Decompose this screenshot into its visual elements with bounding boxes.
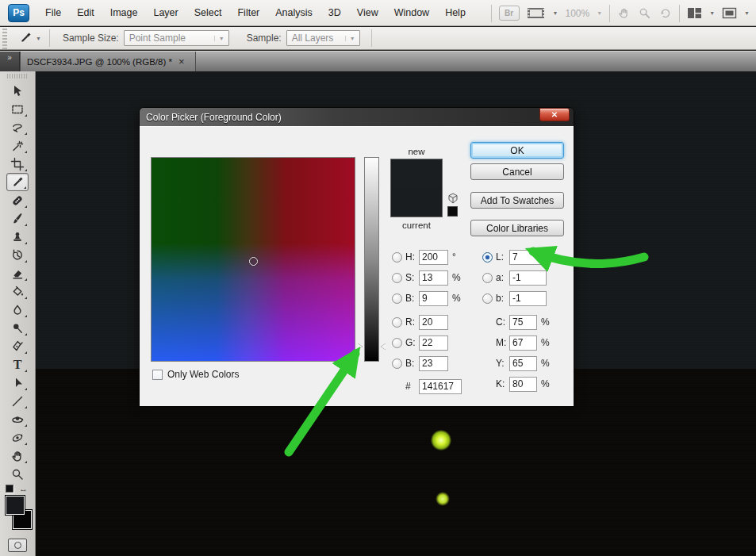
lab-b-radio[interactable] (482, 293, 493, 304)
web-safe-color-swatch[interactable] (447, 206, 458, 217)
menu-help[interactable]: Help (437, 0, 474, 26)
menu-image[interactable]: Image (102, 0, 146, 26)
brightness-radio[interactable] (392, 293, 402, 304)
green-row: G: (392, 335, 448, 351)
document-tab[interactable]: DSCF3934.JPG @ 100% (RGB/8) * × (20, 52, 196, 71)
tools-panel-grip[interactable] (7, 74, 28, 79)
red-radio[interactable] (392, 317, 402, 328)
red-input[interactable] (419, 315, 448, 330)
move-tool[interactable] (6, 82, 29, 100)
options-bar-grip[interactable] (2, 27, 7, 49)
brightness-input[interactable] (419, 291, 448, 306)
quick-mask-button[interactable] (8, 539, 27, 552)
menu-select[interactable]: Select (186, 0, 230, 26)
saturation-input[interactable] (419, 270, 448, 286)
eyedropper-tool[interactable] (6, 173, 29, 191)
lightness-slider[interactable] (364, 157, 379, 362)
add-to-swatches-button[interactable]: Add To Swatches (470, 192, 564, 209)
pen-tool[interactable] (6, 337, 29, 355)
zoom-level-dropdown-icon[interactable]: ▼ (597, 10, 602, 16)
blur-tool[interactable] (6, 301, 29, 319)
history-brush-tool[interactable] (6, 246, 29, 264)
hand-tool-icon[interactable] (617, 6, 631, 20)
color-field-marker[interactable] (249, 257, 258, 266)
line-tool[interactable] (6, 392, 29, 410)
blue-input[interactable] (419, 356, 448, 371)
only-web-colors-checkbox[interactable] (152, 370, 163, 380)
collapse-panels-button[interactable]: » (0, 52, 20, 71)
rectangular-marquee-tool[interactable] (6, 100, 29, 118)
rotate-view-icon[interactable] (658, 6, 672, 20)
menu-edit[interactable]: Edit (69, 0, 102, 26)
zoom-tool[interactable] (6, 465, 29, 483)
foreground-color-swatch[interactable] (5, 495, 25, 516)
menu-analysis[interactable]: Analysis (267, 0, 320, 26)
tab-close-icon[interactable]: × (178, 56, 185, 67)
magenta-unit: % (541, 337, 550, 348)
eyedropper-tool-icon[interactable] (18, 31, 33, 45)
swap-colors-icon[interactable]: ↔ (19, 484, 28, 493)
green-radio[interactable] (392, 338, 402, 348)
lasso-tool[interactable] (6, 118, 29, 136)
arrange-documents-icon[interactable] (687, 6, 702, 20)
screen-mode-icon[interactable] (722, 6, 737, 20)
magenta-input[interactable] (509, 336, 537, 351)
zoom-tool-icon[interactable] (638, 6, 651, 20)
path-selection-tool[interactable] (6, 374, 29, 392)
hue-input[interactable] (419, 250, 448, 265)
lab-a-input[interactable] (509, 270, 547, 286)
default-colors-icon[interactable] (6, 485, 13, 493)
menu-window[interactable]: Window (386, 0, 437, 26)
dodge-tool[interactable] (6, 319, 29, 337)
tool-preset-dropdown-icon[interactable]: ▼ (36, 36, 41, 41)
lab-b-input[interactable] (509, 291, 547, 306)
black-input[interactable] (509, 377, 537, 392)
lab-a-radio[interactable] (482, 273, 493, 283)
sample-size-label: Sample Size: (63, 33, 119, 44)
dialog-titlebar[interactable]: Color Picker (Foreground Color) ✕ (140, 108, 574, 126)
arrange-documents-dropdown-icon[interactable]: ▼ (709, 10, 715, 16)
green-input[interactable] (419, 336, 448, 351)
black-label: K: (496, 378, 509, 389)
color-libraries-button[interactable]: Color Libraries (470, 220, 564, 236)
color-field[interactable] (151, 157, 355, 362)
menu-view[interactable]: View (349, 0, 386, 26)
lab-l-input[interactable] (509, 250, 547, 265)
menu-file[interactable]: File (37, 0, 69, 26)
menu-3d[interactable]: 3D (320, 0, 349, 26)
hue-radio[interactable] (392, 252, 402, 263)
sample-size-dropdown[interactable]: Point Sample ▼ (124, 30, 229, 46)
slider-indicator-left-icon[interactable] (358, 343, 363, 350)
out-of-web-gamut-icon[interactable] (447, 193, 459, 204)
clone-stamp-tool[interactable] (6, 228, 29, 246)
3d-orbit-tool[interactable] (6, 428, 29, 447)
blue-radio[interactable] (392, 359, 402, 369)
healing-brush-tool[interactable] (6, 191, 29, 209)
slider-indicator-right-icon[interactable] (381, 343, 386, 350)
menu-filter[interactable]: Filter (229, 0, 267, 26)
hex-input[interactable] (419, 379, 462, 394)
sample-dropdown[interactable]: All Layers ▼ (286, 30, 360, 46)
crop-tool[interactable] (6, 155, 29, 173)
yellow-input[interactable] (509, 356, 537, 371)
magic-wand-tool[interactable] (6, 136, 29, 155)
cyan-input[interactable] (509, 315, 537, 330)
eraser-tool[interactable] (6, 264, 29, 282)
paint-bucket-tool[interactable] (6, 282, 29, 301)
screen-mode-dropdown-icon[interactable]: ▼ (744, 10, 750, 16)
3d-rotate-tool[interactable] (6, 410, 29, 428)
brush-tool[interactable] (6, 209, 29, 228)
type-tool[interactable]: T (6, 355, 29, 374)
current-color-preview[interactable] (391, 188, 442, 217)
green-light-dot-large (431, 430, 451, 451)
cancel-button[interactable]: Cancel (470, 163, 564, 180)
ok-button[interactable]: OK (470, 142, 564, 159)
saturation-radio[interactable] (392, 273, 402, 283)
launch-bridge-button[interactable]: Br (499, 6, 520, 21)
view-extras-icon[interactable] (527, 6, 546, 20)
lab-l-radio[interactable] (482, 252, 493, 263)
hand-tool[interactable] (6, 447, 29, 465)
menu-layer[interactable]: Layer (145, 0, 186, 26)
dialog-close-button[interactable]: ✕ (539, 108, 570, 121)
view-extras-dropdown-icon[interactable]: ▼ (553, 10, 558, 16)
